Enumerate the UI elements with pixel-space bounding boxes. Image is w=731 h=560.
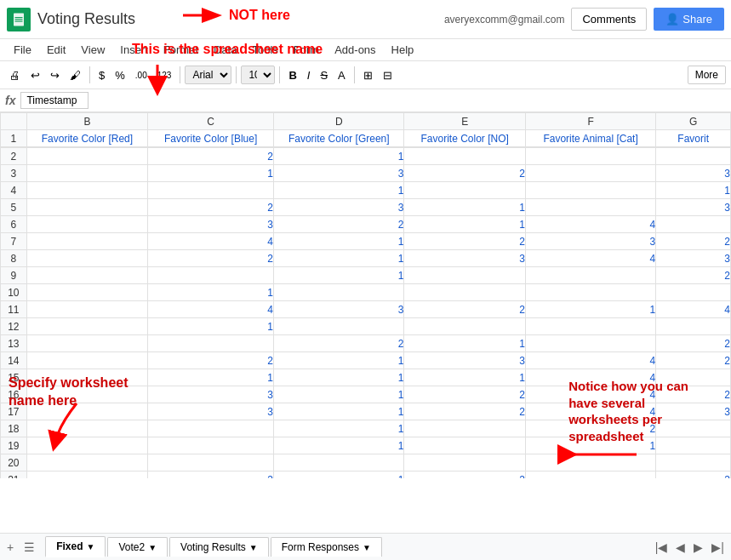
cell-row8-col1[interactable]: 2	[148, 250, 274, 267]
cell-row8-col0[interactable]	[26, 250, 147, 267]
sheet-nav-first[interactable]: |◀	[652, 537, 671, 557]
cell-row6-col3[interactable]: 1	[404, 216, 525, 233]
format-decimal-button[interactable]: .00	[131, 68, 151, 83]
cell-row20-col1[interactable]	[148, 454, 274, 471]
cell-row10-col1[interactable]: 1	[148, 284, 274, 301]
cell-row3-col0[interactable]	[26, 165, 147, 182]
cell-row18-col3[interactable]	[404, 420, 525, 437]
cell-row13-col5[interactable]: 2	[656, 335, 731, 352]
cell-row19-col1[interactable]	[148, 437, 274, 454]
cell-row18-col0[interactable]	[26, 420, 147, 437]
cell-d1[interactable]: Favorite Color [Green]	[274, 130, 404, 147]
tab-voting-results-dropdown[interactable]: ▼	[249, 543, 258, 552]
cell-row7-col0[interactable]	[26, 233, 147, 250]
cell-reference-input[interactable]	[20, 92, 89, 109]
cell-row6-col2[interactable]: 2	[274, 216, 404, 233]
col-c-header[interactable]: C	[148, 113, 274, 130]
font-select[interactable]: Arial	[185, 66, 231, 84]
cell-row21-col3[interactable]: 2	[404, 471, 525, 479]
cell-b1[interactable]: Favorite Color [Red]	[26, 130, 147, 147]
cell-row12-col2[interactable]	[274, 318, 404, 335]
cell-row14-col3[interactable]: 3	[404, 352, 525, 369]
cell-row5-col0[interactable]	[26, 199, 147, 216]
cell-row9-col3[interactable]	[404, 267, 525, 284]
cell-row21-col5[interactable]: 3	[656, 471, 731, 479]
bold-button[interactable]: B	[284, 66, 300, 84]
cell-row14-col0[interactable]	[26, 352, 147, 369]
menu-tools[interactable]: Tools	[245, 41, 284, 59]
print-button[interactable]: 🖨	[5, 66, 25, 84]
cell-f1[interactable]: Favorite Animal [Cat]	[525, 130, 655, 147]
cell-row14-col1[interactable]: 2	[148, 352, 274, 369]
cell-row4-col3[interactable]	[404, 182, 525, 199]
cell-row13-col3[interactable]: 1	[404, 335, 525, 352]
tab-fixed[interactable]: Fixed ▼	[45, 536, 106, 557]
cell-row12-col1[interactable]: 1	[148, 318, 274, 335]
cell-row6-col4[interactable]: 4	[525, 216, 655, 233]
menu-edit[interactable]: Edit	[40, 41, 72, 59]
cell-row18-col2[interactable]: 1	[274, 420, 404, 437]
tab-voting-results[interactable]: Voting Results ▼	[169, 537, 269, 557]
cell-row10-col0[interactable]	[26, 284, 147, 301]
cell-row3-col4[interactable]	[525, 165, 655, 182]
cell-row4-col5[interactable]: 1	[656, 182, 731, 199]
cell-row11-col5[interactable]: 4	[656, 301, 731, 318]
comments-button[interactable]: Comments	[571, 8, 647, 31]
cell-row16-col3[interactable]: 2	[404, 386, 525, 403]
cell-row3-col5[interactable]: 3	[656, 165, 731, 182]
format-dollar-button[interactable]: $	[94, 66, 109, 84]
cell-row9-col0[interactable]	[26, 267, 147, 284]
share-button[interactable]: 👤 Share	[654, 8, 724, 31]
col-b-header[interactable]: B	[26, 113, 147, 130]
more-button[interactable]: More	[688, 66, 726, 84]
menu-insert[interactable]: Insert	[113, 41, 155, 59]
cell-row6-col0[interactable]	[26, 216, 147, 233]
tab-vote2[interactable]: Vote2 ▼	[107, 537, 168, 557]
cell-row8-col2[interactable]: 1	[274, 250, 404, 267]
cell-row10-col4[interactable]	[525, 284, 655, 301]
cell-row6-col5[interactable]	[656, 216, 731, 233]
cell-row12-col5[interactable]	[656, 318, 731, 335]
cell-row14-col5[interactable]: 2	[656, 352, 731, 369]
cell-row4-col2[interactable]: 1	[274, 182, 404, 199]
cell-row20-col5[interactable]	[656, 454, 731, 471]
cell-row8-col3[interactable]: 3	[404, 250, 525, 267]
tab-form-responses[interactable]: Form Responses ▼	[271, 537, 382, 557]
cell-row15-col4[interactable]: 4	[525, 369, 655, 386]
cell-g1[interactable]: Favorit	[656, 130, 731, 147]
menu-help[interactable]: Help	[385, 41, 421, 59]
cell-row20-col3[interactable]	[404, 454, 525, 471]
cell-row11-col1[interactable]: 4	[148, 301, 274, 318]
cell-row17-col4[interactable]: 4	[525, 403, 655, 420]
cell-row13-col4[interactable]	[525, 335, 655, 352]
cell-row4-col1[interactable]	[148, 182, 274, 199]
cell-row2-col1[interactable]: 2	[148, 148, 274, 165]
cell-row7-col3[interactable]: 2	[404, 233, 525, 250]
cell-row13-col1[interactable]	[148, 335, 274, 352]
cell-row16-col0[interactable]	[26, 386, 147, 403]
cell-row11-col0[interactable]	[26, 301, 147, 318]
cell-row17-col5[interactable]: 3	[656, 403, 731, 420]
cell-row2-col4[interactable]	[525, 148, 655, 165]
col-g-header[interactable]: G	[656, 113, 731, 130]
cell-row11-col2[interactable]: 3	[274, 301, 404, 318]
tab-fixed-dropdown[interactable]: ▼	[87, 542, 95, 551]
cell-row17-col1[interactable]: 3	[148, 403, 274, 420]
cell-row21-col0[interactable]	[26, 471, 147, 479]
cell-row17-col2[interactable]: 1	[274, 403, 404, 420]
menu-data[interactable]: Data	[207, 41, 243, 59]
cell-row16-col5[interactable]: 2	[656, 386, 731, 403]
cell-row21-col1[interactable]: 3	[148, 471, 274, 479]
cell-row15-col0[interactable]	[26, 369, 147, 386]
cell-row3-col1[interactable]: 1	[148, 165, 274, 182]
cell-row16-col1[interactable]: 3	[148, 386, 274, 403]
cell-row4-col4[interactable]	[525, 182, 655, 199]
cell-row18-col5[interactable]	[656, 420, 731, 437]
cell-row2-col2[interactable]: 1	[274, 148, 404, 165]
cell-row7-col1[interactable]: 4	[148, 233, 274, 250]
cell-row19-col5[interactable]	[656, 437, 731, 454]
menu-file[interactable]: File	[7, 41, 38, 59]
cell-row5-col4[interactable]	[525, 199, 655, 216]
cell-row15-col2[interactable]: 1	[274, 369, 404, 386]
col-f-header[interactable]: F	[525, 113, 655, 130]
